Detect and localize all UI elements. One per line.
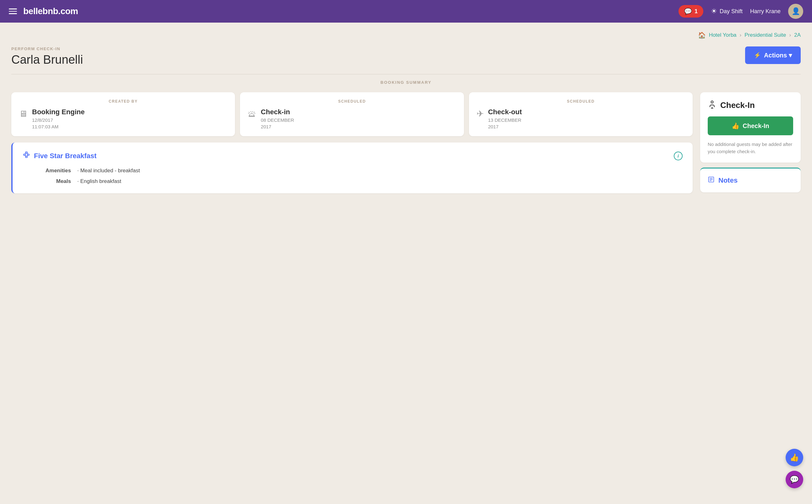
brand-logo: bellebnb.com bbox=[23, 6, 78, 16]
shift-button[interactable]: ☀ Day Shift bbox=[711, 7, 743, 15]
created-time: 11:07:03 AM bbox=[32, 124, 84, 129]
checkin-date-val: 08 DECEMBER bbox=[261, 117, 294, 123]
booking-engine-icon: 🖥 bbox=[19, 109, 28, 119]
chat-icon: 💬 bbox=[684, 8, 692, 15]
package-icon bbox=[23, 151, 30, 161]
amenities-row: Amenities · Meal included - breakfast bbox=[33, 168, 683, 174]
main-content: 🏠 Hotel Yorba › Presidential Suite › 2A … bbox=[0, 23, 812, 202]
page-header: PERFORM CHECK-IN Carla Brunelli ⚡ Action… bbox=[11, 46, 801, 67]
notes-title: Notes bbox=[718, 176, 738, 185]
checkin-year: 2017 bbox=[261, 124, 294, 129]
shift-icon: ☀ bbox=[711, 7, 717, 15]
created-date: 12/8/2017 bbox=[32, 117, 84, 123]
hamburger-menu[interactable] bbox=[9, 8, 17, 14]
breadcrumb-room[interactable]: 2A bbox=[794, 32, 801, 38]
checkin-scheduled-label: SCHEDULED bbox=[248, 99, 456, 104]
chat-badge[interactable]: 💬 1 bbox=[679, 5, 703, 18]
bolt-icon: ⚡ bbox=[754, 52, 761, 59]
svg-rect-1 bbox=[24, 154, 25, 155]
floating-chat-button[interactable]: 💬 bbox=[786, 471, 803, 488]
checkin-date-card: SCHEDULED 🛎 Check-in 08 DECEMBER 2017 bbox=[240, 92, 464, 136]
right-column: Check-In 👍 Check-In No additional guests… bbox=[700, 92, 801, 193]
floating-thumbs-button[interactable]: 👍 bbox=[786, 449, 803, 466]
left-column: CREATED BY 🖥 Booking Engine 12/8/2017 11… bbox=[11, 92, 693, 193]
breadcrumb-hotel[interactable]: Hotel Yorba bbox=[709, 32, 737, 38]
notes-icon bbox=[708, 176, 715, 185]
thumbs-icon: 👍 bbox=[790, 453, 799, 462]
breadcrumb: 🏠 Hotel Yorba › Presidential Suite › 2A bbox=[11, 31, 801, 39]
shift-label: Day Shift bbox=[720, 8, 743, 15]
info-icon[interactable]: i bbox=[674, 152, 683, 160]
checkout-date-card: SCHEDULED ✈ Check-out 13 DECEMBER 2017 bbox=[469, 92, 693, 136]
checkout-scheduled-label: SCHEDULED bbox=[476, 99, 685, 104]
svg-rect-0 bbox=[25, 152, 27, 153]
checkin-panel: Check-In 👍 Check-In No additional guests… bbox=[700, 92, 801, 163]
package-card: Five Star Breakfast i Amenities · Meal i… bbox=[11, 142, 693, 193]
checkin-panel-title: Check-In bbox=[720, 100, 755, 110]
header: bellebnb.com 💬 1 ☀ Day Shift Harry Krane… bbox=[0, 0, 812, 23]
summary-cards: CREATED BY 🖥 Booking Engine 12/8/2017 11… bbox=[11, 92, 693, 136]
created-by-card: CREATED BY 🖥 Booking Engine 12/8/2017 11… bbox=[11, 92, 235, 136]
created-by-label: CREATED BY bbox=[19, 99, 228, 104]
package-details: Amenities · Meal included - breakfast Me… bbox=[23, 168, 683, 185]
amenities-label: Amenities bbox=[33, 168, 71, 174]
meals-value: · English breakfast bbox=[77, 178, 121, 185]
created-by-title: Booking Engine bbox=[32, 108, 84, 116]
package-name: Five Star Breakfast bbox=[34, 152, 96, 160]
user-name: Harry Krane bbox=[750, 8, 781, 15]
checkout-date-val: 13 DECEMBER bbox=[488, 117, 522, 123]
checkin-btn-label: Check-In bbox=[743, 122, 769, 130]
checkin-label: Check-in bbox=[261, 108, 294, 116]
meals-label: Meals bbox=[33, 178, 71, 185]
checkout-label: Check-out bbox=[488, 108, 522, 116]
notes-panel: Notes bbox=[700, 168, 801, 192]
home-icon[interactable]: 🏠 bbox=[698, 31, 706, 39]
floating-chat-icon: 💬 bbox=[790, 475, 799, 484]
section-label: BOOKING SUMMARY bbox=[11, 74, 801, 85]
plane-icon: ✈ bbox=[476, 109, 484, 119]
checkout-year: 2017 bbox=[488, 124, 522, 129]
svg-point-8 bbox=[711, 101, 713, 103]
chat-count: 1 bbox=[695, 8, 698, 15]
avatar-initial: 👤 bbox=[792, 7, 800, 15]
checkin-note: No additional guests may be added after … bbox=[708, 141, 793, 155]
content-grid: CREATED BY 🖥 Booking Engine 12/8/2017 11… bbox=[11, 92, 801, 193]
amenities-value: · Meal included - breakfast bbox=[77, 168, 140, 174]
meals-row: Meals · English breakfast bbox=[33, 178, 683, 185]
actions-button[interactable]: ⚡ Actions ▾ bbox=[745, 46, 801, 64]
actions-label: Actions ▾ bbox=[764, 51, 792, 59]
avatar[interactable]: 👤 bbox=[788, 4, 803, 19]
checkin-button[interactable]: 👍 Check-In bbox=[708, 116, 793, 135]
breadcrumb-suite[interactable]: Presidential Suite bbox=[745, 32, 786, 38]
breadcrumb-sep1: › bbox=[740, 32, 742, 38]
bell-icon: 🛎 bbox=[248, 109, 256, 119]
page-title: Carla Brunelli bbox=[11, 53, 83, 67]
svg-rect-3 bbox=[25, 156, 27, 158]
svg-rect-2 bbox=[27, 154, 29, 155]
checkin-panel-icon bbox=[708, 100, 717, 111]
page-subtitle: PERFORM CHECK-IN bbox=[11, 46, 83, 51]
breadcrumb-sep2: › bbox=[789, 32, 791, 38]
checkin-thumb-icon: 👍 bbox=[732, 122, 739, 130]
